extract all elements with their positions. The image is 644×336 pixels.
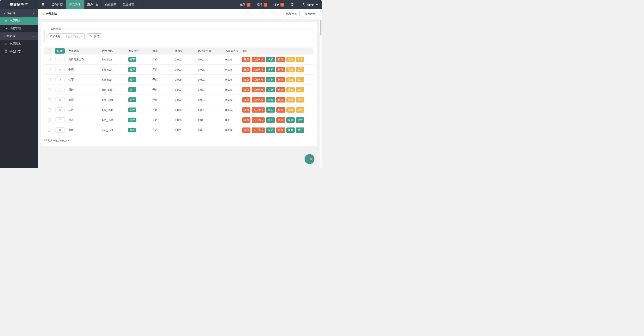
action-button-3[interactable]: 编 辑 xyxy=(266,67,275,72)
action-button-3[interactable]: 编 辑 xyxy=(266,57,275,62)
action-button-4[interactable]: 删 除 xyxy=(276,87,285,92)
sidebar-item-1-1[interactable]: 产品列表 xyxy=(0,17,38,25)
add-product-button[interactable]: 添加产品 xyxy=(283,11,300,17)
action-button-6[interactable]: 显亏 xyxy=(296,127,304,133)
action-button-1[interactable]: 开启 xyxy=(242,117,250,123)
action-button-2[interactable]: 点击休市 xyxy=(252,127,265,133)
sidebar-group-2[interactable]: 订单管理 xyxy=(0,32,38,40)
delete-product-button[interactable]: 删除产品 xyxy=(302,11,318,17)
sort-input[interactable] xyxy=(56,107,64,112)
action-button-2[interactable]: 点击休市 xyxy=(252,67,265,72)
sidebar-collapse-button[interactable] xyxy=(38,0,48,9)
recommend-badge[interactable]: 推荐 xyxy=(128,118,136,122)
row-checkbox[interactable] xyxy=(48,68,51,71)
action-button-6[interactable]: 隐亏 xyxy=(296,67,304,72)
recommend-badge[interactable]: 推荐 xyxy=(128,77,136,82)
action-button-4[interactable]: 删 除 xyxy=(276,57,285,62)
row-checkbox[interactable] xyxy=(48,108,51,111)
stat-item-3[interactable]: 订单4 xyxy=(270,0,287,9)
action-button-5[interactable]: 隐盈 xyxy=(286,97,294,102)
sort-input[interactable] xyxy=(56,77,64,82)
action-button-5[interactable]: 隐盈 xyxy=(286,67,294,72)
action-button-6[interactable]: 显亏 xyxy=(296,117,304,123)
action-button-4[interactable]: 删 除 xyxy=(276,77,285,82)
action-button-6[interactable]: 隐亏 xyxy=(296,57,304,62)
action-button-4[interactable]: 删 除 xyxy=(276,117,285,123)
nav-tab-3[interactable]: 用户中心 xyxy=(84,0,102,9)
sort-input[interactable] xyxy=(56,117,64,122)
action-button-2[interactable]: 点击休市 xyxy=(252,117,265,123)
action-button-1[interactable]: 开启 xyxy=(242,77,250,82)
row-checkbox[interactable] xyxy=(48,118,51,121)
nav-tab-2[interactable]: 产品管理 xyxy=(66,0,84,9)
action-button-4[interactable]: 删 除 xyxy=(276,107,285,113)
recommend-badge[interactable]: 推荐 xyxy=(128,128,136,132)
sort-input[interactable] xyxy=(56,127,64,132)
action-button-1[interactable]: 开启 xyxy=(242,87,250,92)
action-button-3[interactable]: 编 辑 xyxy=(266,87,275,92)
recommend-badge[interactable]: 推荐 xyxy=(128,87,136,92)
action-button-1[interactable]: 开启 xyxy=(242,97,250,102)
sidebar-item-1-2[interactable]: 风控管理 xyxy=(0,25,38,32)
action-button-3[interactable]: 编 辑 xyxy=(266,77,275,82)
select-all-checkbox[interactable] xyxy=(48,50,51,53)
nav-tab-5[interactable]: 系统设置 xyxy=(120,0,138,9)
stat-item-2[interactable]: 提现0 xyxy=(254,0,270,9)
sort-input[interactable] xyxy=(56,67,64,72)
product-name-input[interactable] xyxy=(62,33,84,39)
row-checkbox[interactable] xyxy=(48,58,51,61)
document-icon xyxy=(4,42,8,45)
action-button-3[interactable]: 编 辑 xyxy=(266,97,275,102)
action-button-6[interactable]: 隐亏 xyxy=(296,97,304,102)
row-checkbox[interactable] xyxy=(48,78,51,81)
recommend-badge[interactable]: 推荐 xyxy=(128,57,136,62)
sort-input[interactable] xyxy=(56,97,64,102)
action-button-5[interactable]: 显盈 xyxy=(286,117,294,123)
action-button-4[interactable]: 删 除 xyxy=(276,67,285,72)
action-button-5[interactable]: 隐盈 xyxy=(286,77,294,82)
search-button[interactable]: 搜 索 xyxy=(87,33,102,39)
row-checkbox[interactable] xyxy=(48,88,51,91)
action-button-2[interactable]: 点击休市 xyxy=(252,77,265,82)
action-button-3[interactable]: 编 辑 xyxy=(266,127,275,133)
action-button-2[interactable]: 点击休市 xyxy=(252,57,265,62)
row-actions: 开启点击休市编 辑删 除隐盈隐亏 xyxy=(242,97,314,102)
sidebar-group-1[interactable]: 产品管理 xyxy=(0,9,38,17)
recommend-badge[interactable]: 推荐 xyxy=(128,97,136,102)
action-button-2[interactable]: 点击休市 xyxy=(252,97,265,102)
recommend-badge[interactable]: 推荐 xyxy=(128,107,136,112)
sort-input[interactable] xyxy=(56,87,64,92)
action-button-1[interactable]: 开启 xyxy=(242,57,250,62)
refresh-button[interactable] xyxy=(287,0,297,9)
action-button-4[interactable]: 删 除 xyxy=(276,127,285,133)
action-button-3[interactable]: 编 辑 xyxy=(266,107,275,113)
nav-tab-1[interactable]: 后台首页 xyxy=(48,0,66,9)
user-menu[interactable]: admin xyxy=(297,0,322,9)
sound-toggle-button[interactable] xyxy=(305,154,314,164)
action-button-6[interactable]: 隐亏 xyxy=(296,87,304,92)
sidebar-item-2-2[interactable]: 平仓日志 xyxy=(0,48,38,55)
table-refresh-button[interactable]: 刷 新 xyxy=(55,48,65,54)
scrollbar-thumb[interactable] xyxy=(320,20,322,35)
action-button-1[interactable]: 开启 xyxy=(242,127,250,133)
action-button-5[interactable]: 显盈 xyxy=(286,127,294,133)
action-button-1[interactable]: 开启 xyxy=(242,107,250,113)
action-button-2[interactable]: 点击休市 xyxy=(252,107,265,113)
action-button-5[interactable]: 隐盈 xyxy=(286,87,294,92)
recommend-badge[interactable]: 推荐 xyxy=(128,67,136,72)
action-button-5[interactable]: 隐盈 xyxy=(286,57,294,62)
action-button-6[interactable]: 隐亏 xyxy=(296,77,304,82)
action-button-3[interactable]: 编 辑 xyxy=(266,117,275,123)
sidebar-item-2-1[interactable]: 交易流水 xyxy=(0,40,38,48)
sidebar-item-label: 产品列表 xyxy=(10,19,21,23)
row-checkbox[interactable] xyxy=(48,98,51,101)
action-button-2[interactable]: 点击休市 xyxy=(252,87,265,92)
stat-item-1[interactable]: 充值0 xyxy=(237,0,254,9)
row-checkbox[interactable] xyxy=(48,129,51,132)
action-button-6[interactable]: 隐亏 xyxy=(296,107,304,113)
nav-tab-4[interactable]: 信息管理 xyxy=(102,0,120,9)
action-button-5[interactable]: 隐盈 xyxy=(286,107,294,113)
action-button-4[interactable]: 删 除 xyxy=(276,97,285,102)
action-button-1[interactable]: 开启 xyxy=(242,67,250,72)
sort-input[interactable] xyxy=(56,57,64,62)
